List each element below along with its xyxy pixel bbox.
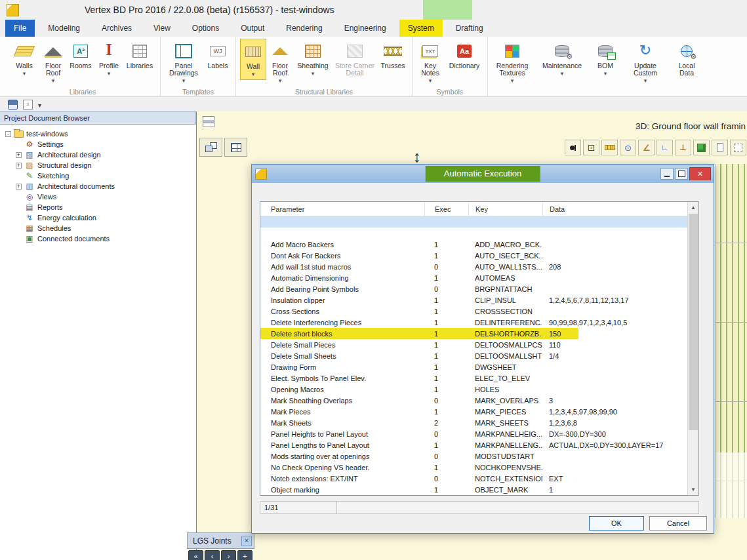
floor-roof-structural-button[interactable]: Floor Roof [268,39,293,86]
column-data[interactable]: Data [542,202,687,216]
walls-button[interactable]: Walls [9,39,39,79]
key-notes-button[interactable]: Key Notes [416,39,444,86]
table-row[interactable]: Add wall 1st stud macros 0 AUTO_WALL1STS… [260,261,687,272]
nav-next-icon[interactable] [221,550,236,560]
table-row[interactable]: Delete Small Sheets 1 DELTOOSMALLSHTS 1/… [260,350,687,361]
close-button[interactable] [689,167,711,180]
table-row[interactable] [260,228,687,239]
trusses-button[interactable]: Trusses [378,39,408,71]
minimize-button[interactable] [660,168,674,180]
save-button[interactable] [8,100,18,110]
store-corner-detail-button[interactable]: Store Corner Detail [333,39,376,78]
tree-expander[interactable]: + [16,163,22,169]
profile-button[interactable]: Profile [96,39,122,79]
tool-button[interactable] [583,140,599,155]
tree-expander[interactable] [16,236,22,242]
tree-item[interactable]: Sketching [0,170,196,181]
table-row[interactable]: Automatic Dimensioning 1 AUTOMEAS [260,272,687,283]
tool-button[interactable] [675,140,691,155]
table-row[interactable]: Elect. Symbols To Panel Elev. 1 ELEC_TO_… [260,372,687,384]
scroll-down-icon[interactable] [688,484,698,495]
sheathing-button[interactable]: Sheathing [294,39,332,79]
tree-item[interactable]: Views [0,191,196,202]
column-key[interactable]: Key [468,202,542,216]
table-row[interactable]: No Check Opening VS header. 1 NOCHKOPENV… [260,462,687,473]
column-exec[interactable]: Exec [424,202,468,216]
tool-button[interactable] [638,140,655,155]
scrollbar-thumb[interactable] [689,214,698,430]
table-row[interactable]: Delete Small Pieces 1 DELTOOSMALLPCS 110 [260,339,687,350]
tree-expander[interactable] [16,142,22,148]
table-row[interactable]: Mods starting over at openings 0 MODSTUD… [260,450,687,462]
table-row[interactable]: Mark Sheets 2 MARK_SHEETS 1,2,3,6,8 [260,417,687,428]
tool-button[interactable] [712,140,728,155]
toolbar-options-button[interactable] [38,98,41,110]
nav-prev-icon[interactable] [205,550,220,560]
tree-expander[interactable] [16,215,22,221]
table-row[interactable]: Opening Macros 1 HOLES [260,384,687,395]
table-row[interactable]: Mark Pieces 1 MARK_PIECES 1,2,3,4,5,97,9… [260,406,687,417]
close-icon[interactable] [241,536,252,546]
table-row[interactable]: Dont Ask For Backers 1 AUTO_ISECT_BCK... [260,250,687,261]
local-data-button[interactable]: Local Data [672,39,702,78]
tree-item[interactable]: Connected documents [0,233,196,244]
tree-expander[interactable] [16,205,22,210]
nav-first-icon[interactable] [188,550,203,560]
nav-add-icon[interactable] [237,550,252,560]
cascade-windows-button[interactable] [199,138,222,157]
table-row[interactable]: Add Bearing Point Symbols 0 BRGPNTATTACH [260,283,687,294]
menu-tab[interactable]: Drafting [447,20,492,37]
tree-item[interactable]: - test-windows [0,129,196,139]
scroll-up-icon[interactable] [688,202,698,213]
tree-item[interactable]: + Architectural documents [0,181,196,191]
tool-button[interactable] [620,140,636,155]
tree-expander[interactable] [16,226,22,231]
table-row[interactable]: Drawing Form 1 DWGSHEET [260,361,687,372]
floor-roof-library-button[interactable]: Floor Roof [41,39,66,86]
tool-button[interactable] [730,140,746,155]
menu-tab[interactable]: Options [184,20,228,37]
table-row[interactable]: Cross Sections 1 CROSSSECTION [260,306,687,317]
viewport-menu-button[interactable] [203,116,214,127]
menu-tab[interactable]: Output [232,20,273,37]
cancel-button[interactable]: Cancel [649,516,707,530]
tile-windows-button[interactable] [224,138,247,157]
table-row[interactable]: Panel Heights to Panel Layout 0 MARKPANE… [260,428,687,439]
tree-expander[interactable]: + [16,184,22,190]
rendering-textures-button[interactable]: Rendering Textures [492,39,533,86]
table-row[interactable]: Mark Sheathing Overlaps 0 MARK_OVERLAPS … [260,395,687,406]
tool-button[interactable] [656,140,673,155]
table-row[interactable]: Object marking 1 OBJECT_MARK 1 [260,484,687,495]
table-row[interactable]: Panel Lengths to Panel Layout 1 MARKPANE… [260,439,687,450]
tree-item[interactable]: Settings [0,139,196,150]
menu-tab[interactable]: Engineering [336,20,395,37]
menu-tab[interactable]: File [5,20,35,37]
workspace-button[interactable] [23,100,33,110]
table-row[interactable]: Insulation clipper 1 CLIP_INSUL 1,2,4,5,… [260,294,687,306]
tree-item[interactable]: + Structural design [0,160,196,170]
table-row[interactable]: Delete Interferencing Pieces 1 DELINTERF… [260,317,687,328]
table-row[interactable] [260,216,687,228]
maximize-button[interactable] [675,168,688,180]
menu-tab[interactable]: Modeling [39,20,89,37]
tool-button[interactable] [601,140,618,155]
tree-expander[interactable]: - [5,131,11,137]
menu-tab[interactable]: Archives [93,20,140,37]
menu-tab[interactable]: Rendering [277,20,331,37]
ok-button[interactable]: OK [589,516,644,530]
update-custom-button[interactable]: Update Custom [627,39,664,86]
tree-item[interactable]: Schedules [0,223,196,233]
table-row[interactable]: Delete short blocks 1 DELSHORTHORZB... 1… [260,328,687,339]
bom-button[interactable]: BOM [592,39,619,79]
panel-drawings-button[interactable]: Panel Drawings [165,39,203,86]
menu-tab[interactable]: View [145,20,179,37]
tree-expander[interactable] [16,173,22,179]
menu-tab[interactable]: System [399,20,443,37]
wall-structural-button[interactable]: Wall [240,39,266,80]
tool-button[interactable] [565,140,581,155]
column-parameter[interactable]: Parameter [260,202,424,216]
dialog-titlebar[interactable]: Automatic Execution [252,165,714,183]
tree-item[interactable]: Reports [0,202,196,212]
scrollbar[interactable] [687,202,698,495]
dictionary-button[interactable]: Dictionary [445,39,483,71]
